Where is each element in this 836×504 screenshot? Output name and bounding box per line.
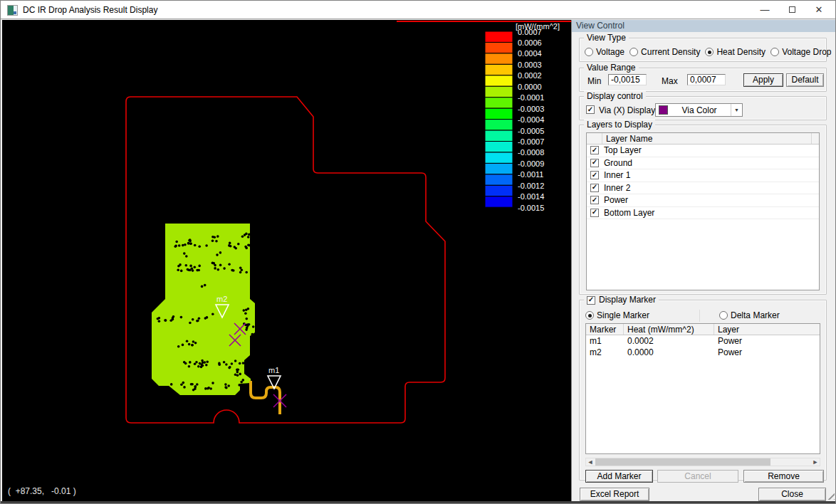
layer-checkbox[interactable]: ✓	[590, 196, 599, 204]
layer-row[interactable]: ✓Power	[587, 194, 819, 207]
marker-mode-single-marker[interactable]: Single Marker	[585, 310, 649, 320]
layer-checkbox[interactable]: ✓	[590, 146, 599, 154]
marker-row[interactable]: m20.0000Power	[586, 347, 820, 358]
view-type-label: View Type	[584, 33, 629, 43]
scroll-right-icon[interactable]: ►	[811, 458, 820, 466]
marker-mode-options: Single MarkerDelta Marker	[585, 310, 780, 320]
component-dot	[180, 270, 183, 273]
close-button[interactable]: ✕	[807, 1, 831, 19]
component-dot	[189, 265, 192, 268]
legend-tick-label: -0.0005	[518, 127, 544, 135]
view-type-option-current-density[interactable]: Current Density	[629, 47, 700, 57]
component-dot	[211, 313, 214, 315]
layer-name-column-header: Layer Name	[602, 133, 812, 144]
minimize-button[interactable]: —	[753, 1, 777, 19]
scrollbar-thumb[interactable]	[595, 458, 770, 466]
scroll-left-icon[interactable]: ◄	[586, 458, 595, 466]
close-dialog-button[interactable]: Close	[758, 488, 826, 501]
layer-row[interactable]: ✓Inner 1	[587, 169, 819, 182]
max-label: Max	[662, 76, 678, 86]
legend-tick-label: 0.0007	[518, 28, 542, 36]
component-dot	[244, 246, 247, 248]
legend-swatch	[485, 98, 513, 108]
component-dot	[247, 308, 250, 310]
marker-column-header: Layer	[714, 324, 820, 335]
component-dot	[191, 344, 194, 347]
legend-tick-label: 0.0002	[518, 71, 542, 80]
legend-swatch	[485, 152, 513, 163]
component-dot	[211, 240, 214, 243]
legend-tick-label: -0.0004	[518, 115, 544, 124]
view-type-option-voltage[interactable]: Voltage	[585, 47, 625, 57]
excel-report-button[interactable]: Excel Report	[580, 488, 649, 501]
component-dot	[178, 244, 181, 247]
component-dot	[251, 333, 254, 336]
layer-checkbox[interactable]: ✓	[590, 184, 599, 192]
display-control-group: Display control ✓ Via (X) Display Via Co…	[579, 96, 827, 120]
component-dot	[200, 366, 203, 369]
layer-checkbox[interactable]: ✓	[590, 159, 599, 167]
power-plane	[152, 224, 255, 395]
component-dot	[196, 269, 199, 272]
component-dot	[245, 271, 248, 274]
analysis-canvas[interactable]: m1m2 [mW/(mm^2]0.00070.00060.00040.00030…	[2, 20, 571, 503]
add-marker-button[interactable]: Add Marker	[585, 470, 653, 483]
layer-row[interactable]: ✓Bottom Layer	[587, 207, 819, 220]
marker-mode-delta-marker[interactable]: Delta Marker	[719, 310, 780, 320]
marker-cell: 0.0002	[624, 336, 714, 346]
layer-row[interactable]: ✓Inner 2	[587, 182, 819, 195]
radio-label: Delta Marker	[731, 310, 780, 320]
cancel-button[interactable]: Cancel	[657, 470, 738, 483]
component-dot	[204, 361, 207, 364]
component-dot	[177, 265, 180, 268]
marker-table[interactable]: MarkerHeat (mW/mm^2)Layer m10.0002Powerm…	[585, 323, 820, 454]
default-button[interactable]: Default	[786, 73, 824, 87]
component-dot	[239, 266, 242, 269]
legend-swatch	[485, 185, 513, 196]
component-dot	[188, 365, 191, 368]
max-input[interactable]	[687, 74, 726, 85]
component-dot	[217, 268, 220, 271]
legend-swatch	[485, 174, 513, 185]
pcb-view[interactable]: m1m2 [mW/(mm^2]0.00070.00060.00040.00030…	[2, 20, 571, 503]
min-input[interactable]	[608, 74, 647, 85]
marker-row[interactable]: m10.0002Power	[586, 335, 820, 347]
marker-table-hscrollbar[interactable]: ◄ ►	[585, 458, 820, 466]
value-range-label: Value Range	[584, 63, 639, 73]
component-dot	[189, 269, 192, 272]
component-dot	[242, 362, 245, 364]
layer-checkbox[interactable]: ✓	[590, 209, 599, 217]
marker-cell: 0.0000	[624, 347, 714, 357]
display-marker-checkbox[interactable]: ✓	[587, 296, 595, 305]
legend-swatch	[485, 108, 513, 119]
component-dot	[157, 317, 160, 320]
view-type-option-heat-density[interactable]: Heat Density	[705, 47, 766, 57]
view-type-option-voltage-drop[interactable]: Voltage Drop	[770, 47, 831, 57]
layers-list[interactable]: Layer Name ✓Top Layer✓Ground✓Inner 1✓Inn…	[586, 132, 820, 290]
apply-button[interactable]: Apply	[743, 73, 783, 87]
layer-row[interactable]: ✓Top Layer	[587, 145, 819, 157]
maximize-button[interactable]	[780, 1, 804, 19]
component-dot	[219, 251, 222, 254]
component-dot	[216, 253, 219, 256]
layer-row[interactable]: ✓Ground	[587, 157, 819, 170]
legend-swatch	[485, 42, 513, 53]
via-display-checkbox[interactable]: ✓	[586, 105, 595, 114]
component-dot	[215, 240, 218, 243]
dropdown-arrow-icon[interactable]: ▼	[731, 104, 742, 116]
component-dot	[243, 309, 246, 312]
component-dot	[189, 238, 192, 241]
layer-checkbox[interactable]: ✓	[590, 171, 599, 179]
legend-tick-label: -0.0008	[518, 148, 544, 157]
via-color-combobox[interactable]: Via Color ▼	[655, 103, 743, 117]
min-label: Min	[587, 76, 601, 86]
remove-button[interactable]: Remove	[743, 470, 824, 483]
cursor-coordinates: ( +87.35, -0.01 )	[8, 486, 76, 496]
legend-swatch	[485, 163, 513, 174]
resize-grip[interactable]	[825, 490, 835, 500]
legend-swatch	[485, 130, 513, 141]
legend-tick-label: -0.0014	[518, 192, 544, 201]
component-dot	[218, 362, 221, 365]
legend-tick-label: -0.0015	[518, 204, 544, 212]
component-dot	[195, 361, 198, 364]
